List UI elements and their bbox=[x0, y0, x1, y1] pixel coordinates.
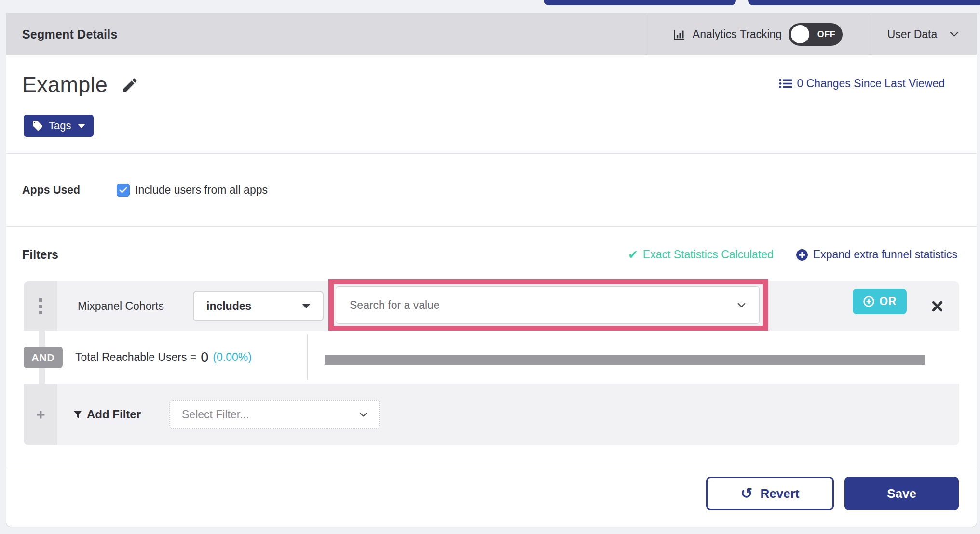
add-filter-label: Add Filter bbox=[87, 408, 141, 421]
grip-dots-icon bbox=[39, 298, 42, 314]
drag-handle[interactable] bbox=[24, 281, 57, 331]
checkmark-icon bbox=[119, 187, 127, 193]
reachable-value: 0 bbox=[201, 349, 208, 365]
tags-label: Tags bbox=[49, 120, 71, 132]
filter-row: Mixpanel Cohorts includes Search for a v… bbox=[24, 281, 959, 331]
caret-down-icon bbox=[302, 304, 310, 308]
chevron-down-icon bbox=[737, 303, 746, 308]
close-icon bbox=[931, 300, 944, 313]
chevron-down-icon bbox=[359, 412, 368, 417]
plus-icon bbox=[36, 410, 46, 420]
include-all-apps-checkbox[interactable] bbox=[117, 184, 130, 197]
chevron-down-icon bbox=[950, 31, 959, 37]
edit-pencil-icon[interactable] bbox=[121, 76, 139, 94]
revert-icon: ↺ bbox=[740, 486, 752, 501]
add-filter-row: Add Filter Select Filter... bbox=[24, 384, 959, 445]
reachable-users-text: Total Reachable Users = 0 (0.00%) bbox=[75, 331, 252, 384]
add-row-button[interactable] bbox=[24, 384, 57, 445]
top-button-partial-left[interactable] bbox=[544, 0, 736, 5]
reachable-label: Total Reachable Users = bbox=[75, 351, 196, 364]
footer-actions: ↺ Revert Save bbox=[6, 467, 977, 523]
filter-group: Mixpanel Cohorts includes Search for a v… bbox=[24, 281, 959, 445]
value-placeholder: Search for a value bbox=[350, 299, 440, 312]
top-button-partial-right[interactable] bbox=[748, 0, 980, 5]
and-badge: AND bbox=[24, 347, 63, 368]
check-icon: ✔ bbox=[628, 248, 638, 262]
filter-field-label: Mixpanel Cohorts bbox=[78, 300, 164, 313]
segment-name: Example bbox=[22, 72, 108, 97]
analytics-tracking-label: Analytics Tracking bbox=[693, 28, 782, 41]
apps-used-section: Apps Used Include users from all apps bbox=[6, 154, 977, 227]
expand-funnel-statistics-link[interactable]: Expand extra funnel statistics bbox=[796, 248, 957, 261]
user-data-dropdown[interactable]: User Data bbox=[870, 13, 977, 55]
changes-since-last-viewed-link[interactable]: 0 Changes Since Last Viewed bbox=[779, 77, 945, 90]
value-search-select[interactable]: Search for a value bbox=[336, 286, 760, 324]
operator-value: includes bbox=[206, 300, 251, 313]
toggle-state-label: OFF bbox=[817, 29, 836, 40]
page-title: Segment Details bbox=[22, 13, 118, 55]
revert-label: Revert bbox=[761, 486, 800, 501]
reachable-percent: (0.00%) bbox=[213, 351, 252, 364]
exact-statistics-status: ✔ Exact Statistics Calculated bbox=[628, 248, 774, 262]
toggle-knob bbox=[791, 25, 809, 43]
change-list-icon bbox=[779, 78, 792, 90]
operator-select[interactable]: includes bbox=[193, 291, 324, 321]
user-data-label: User Data bbox=[887, 28, 938, 41]
filters-section: Filters ✔ Exact Statistics Calculated Ex… bbox=[6, 227, 977, 467]
reachable-users-row: AND Total Reachable Users = 0 (0.00%) bbox=[24, 331, 959, 384]
select-filter-placeholder: Select Filter... bbox=[182, 408, 249, 421]
changes-link-label: 0 Changes Since Last Viewed bbox=[797, 77, 945, 90]
highlight-annotation: Search for a value bbox=[328, 279, 768, 331]
vertical-divider bbox=[307, 334, 308, 380]
segment-details-panel: Segment Details Analytics Tracking OFF U… bbox=[6, 13, 977, 527]
analytics-tracking-section: Analytics Tracking OFF bbox=[646, 13, 870, 55]
add-or-button[interactable]: OR bbox=[853, 289, 907, 314]
reachable-progress-bar bbox=[325, 355, 925, 365]
segment-name-section: Example Tags bbox=[6, 55, 977, 154]
exact-statistics-label: Exact Statistics Calculated bbox=[643, 248, 774, 261]
analytics-tracking-toggle[interactable]: OFF bbox=[789, 23, 843, 46]
tag-icon bbox=[32, 120, 43, 132]
remove-filter-button[interactable] bbox=[931, 281, 944, 331]
add-filter-label-group: Add Filter bbox=[73, 408, 141, 421]
revert-button[interactable]: ↺ Revert bbox=[706, 477, 834, 510]
save-button[interactable]: Save bbox=[844, 477, 959, 510]
caret-down-icon bbox=[78, 124, 85, 128]
select-filter-dropdown[interactable]: Select Filter... bbox=[169, 400, 380, 429]
apps-used-label: Apps Used bbox=[22, 184, 80, 197]
tags-button[interactable]: Tags bbox=[24, 115, 94, 137]
funnel-icon bbox=[73, 410, 82, 419]
or-label: OR bbox=[879, 295, 897, 308]
plus-circle-outline-icon bbox=[863, 295, 875, 307]
topbar: Segment Details Analytics Tracking OFF U… bbox=[6, 13, 977, 55]
bar-chart-icon bbox=[673, 28, 686, 41]
include-all-apps-label: Include users from all apps bbox=[135, 184, 268, 197]
filters-heading: Filters bbox=[22, 248, 58, 262]
expand-link-label: Expand extra funnel statistics bbox=[813, 248, 957, 261]
plus-circle-icon bbox=[796, 249, 808, 261]
